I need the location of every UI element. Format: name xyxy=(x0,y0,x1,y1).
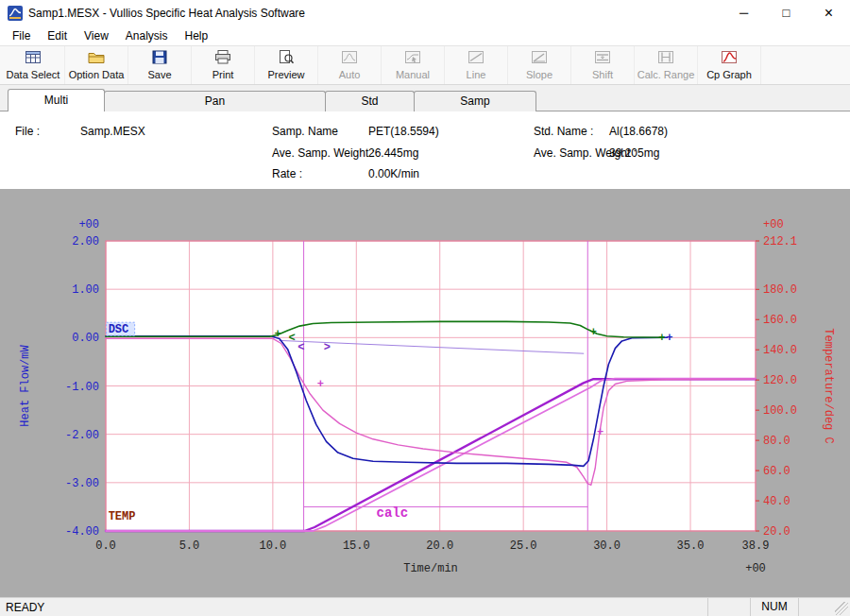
folder-icon xyxy=(86,49,107,68)
toolbar-button-slope: Slope xyxy=(508,46,571,84)
info-panel: File : Samp.MESX Samp. Name PET(18.5594)… xyxy=(0,111,850,189)
x-axis-tick-label: 25.0 xyxy=(510,539,537,553)
x-axis-tick-label: 35.0 xyxy=(677,539,705,553)
menu-help[interactable]: Help xyxy=(177,27,217,44)
line-icon xyxy=(466,49,486,68)
toolbar-button-preview[interactable]: Preview xyxy=(255,46,318,84)
calc-range-icon xyxy=(655,49,676,68)
cursor-marker[interactable]: + xyxy=(590,326,597,339)
tab-pan[interactable]: Pan xyxy=(104,91,326,111)
right-axis-tick-label: 212.1 xyxy=(763,235,797,248)
menu-file[interactable]: File xyxy=(4,27,39,44)
toolbar: Data Select Option Data Save Print Previ… xyxy=(0,46,850,85)
toolbar-button-cp-graph[interactable]: Cp Graph xyxy=(698,46,761,84)
toolbar-button-data-select[interactable]: Data Select xyxy=(2,46,65,84)
minimize-button[interactable]: ─ xyxy=(722,0,765,26)
slope-icon xyxy=(529,49,550,68)
toolbar-button-manual: Manual xyxy=(382,46,445,84)
x-axis-title: Time/min xyxy=(403,562,458,575)
right-axis-tick-label: 100.0 xyxy=(763,404,797,418)
menu-analysis[interactable]: Analysis xyxy=(117,27,177,44)
x-axis-tick-label: 30.0 xyxy=(593,539,620,553)
status-cell-empty-1 xyxy=(707,598,750,616)
left-axis-title: Heat Flow/mW xyxy=(19,344,32,426)
cursor-marker[interactable]: + xyxy=(658,332,665,345)
toolbar-button-calc-range: Calc. Range xyxy=(635,46,698,84)
floppy-disk-icon xyxy=(149,49,170,68)
x-axis-tick-label: 15.0 xyxy=(343,539,370,553)
samp-name-label: Samp. Name xyxy=(272,125,338,138)
right-axis-tick-label: 20.0 xyxy=(763,525,790,539)
app-icon xyxy=(8,6,23,21)
toolbar-button-label: Data Select xyxy=(7,69,60,80)
close-button[interactable]: × xyxy=(808,0,850,26)
tab-samp[interactable]: Samp xyxy=(414,91,536,111)
x-axis-tick-label: 20.0 xyxy=(426,539,453,553)
x-axis-tick-label: 5.0 xyxy=(179,539,200,553)
status-cell-empty-2 xyxy=(798,598,835,616)
file-value: Samp.MESX xyxy=(80,125,145,138)
file-label: File : xyxy=(15,125,40,138)
left-axis-exponent: +00 xyxy=(78,218,99,231)
preview-magnifier-icon xyxy=(276,49,297,68)
toolbar-button-option-data[interactable]: Option Data xyxy=(65,46,128,84)
std-name-label: Std. Name : xyxy=(534,125,593,138)
toolbar-button-shift: Shift xyxy=(571,46,635,84)
cursor-marker[interactable]: + xyxy=(597,426,604,439)
menu-view[interactable]: View xyxy=(76,27,117,44)
cp-graph-icon xyxy=(719,49,740,68)
manual-cursor-icon xyxy=(402,49,423,68)
right-axis-tick-label: 140.0 xyxy=(763,344,797,357)
right-axis-tick-label: 160.0 xyxy=(763,314,797,327)
right-axis-exponent: +00 xyxy=(763,218,784,231)
shift-icon xyxy=(592,49,613,68)
toolbar-button-label: Shift xyxy=(592,69,613,80)
std-name-value: Al(18.6678) xyxy=(609,125,668,138)
toolbar-button-print[interactable]: Print xyxy=(192,46,255,84)
cursor-marker[interactable]: + xyxy=(275,328,281,341)
resize-grip-icon[interactable] xyxy=(835,602,848,615)
x-axis-exponent: +00 xyxy=(745,562,766,575)
samp-name-value: PET(18.5594) xyxy=(368,125,439,138)
left-axis-tick-label: -4.00 xyxy=(65,525,99,539)
toolbar-button-auto: Auto xyxy=(318,46,382,84)
window-title: Samp1.MESX - Vullios Specific Heat Analy… xyxy=(28,0,305,26)
samp-weight-label: Ave. Samp. Weight : xyxy=(272,146,375,160)
right-axis-title: Temperature/deg C xyxy=(822,328,835,443)
cursor-marker[interactable]: < xyxy=(289,332,296,345)
toolbar-button-label: Auto xyxy=(339,69,361,80)
samp-weight-value: 26.445mg xyxy=(368,146,418,160)
curve-label-calc: calc xyxy=(377,505,409,521)
right-axis-tick-label: 80.0 xyxy=(763,435,790,448)
toolbar-button-save[interactable]: Save xyxy=(128,46,192,84)
menu-edit[interactable]: Edit xyxy=(39,27,76,44)
curve-label-dsc[interactable]: DSC xyxy=(109,323,129,336)
toolbar-button-label: Manual xyxy=(396,69,430,80)
right-axis-tick-label: 60.0 xyxy=(763,465,790,478)
left-axis-tick-label: -2.00 xyxy=(65,429,99,442)
right-axis-tick-label: 180.0 xyxy=(763,283,797,297)
cursor-marker[interactable]: + xyxy=(317,378,324,391)
x-axis-tick-label: 38.9 xyxy=(742,539,770,553)
right-axis-tick-label: 120.0 xyxy=(763,374,797,387)
status-num-indicator: NUM xyxy=(750,598,798,616)
left-axis-tick-label: 2.00 xyxy=(72,235,99,248)
left-axis-tick-label: 1.00 xyxy=(72,283,99,297)
status-ready-text: READY xyxy=(0,601,707,614)
toolbar-button-label: Print xyxy=(212,69,234,80)
chart-region: +<<>+++++DSCTEMPcalc2.001.000.00-1.00-2.… xyxy=(0,189,850,597)
x-axis-tick-label: 0.0 xyxy=(95,539,116,553)
cursor-marker[interactable]: < xyxy=(298,341,304,354)
tab-std[interactable]: Std xyxy=(325,91,415,111)
toolbar-button-label: Calc. Range xyxy=(638,69,695,80)
tab-multi[interactable]: Multi xyxy=(8,89,105,111)
left-axis-tick-label: 0.00 xyxy=(72,332,99,345)
title-bar[interactable]: Samp1.MESX - Vullios Specific Heat Analy… xyxy=(0,0,850,26)
right-axis-tick-label: 40.0 xyxy=(763,495,790,508)
curve-label-temp[interactable]: TEMP xyxy=(109,510,136,523)
maximize-button[interactable]: □ xyxy=(765,0,808,26)
cursor-marker[interactable]: > xyxy=(324,341,331,354)
cursor-marker[interactable]: + xyxy=(666,332,672,345)
menu-bar: File Edit View Analysis Help xyxy=(0,26,850,46)
toolbar-button-label: Slope xyxy=(526,69,552,80)
